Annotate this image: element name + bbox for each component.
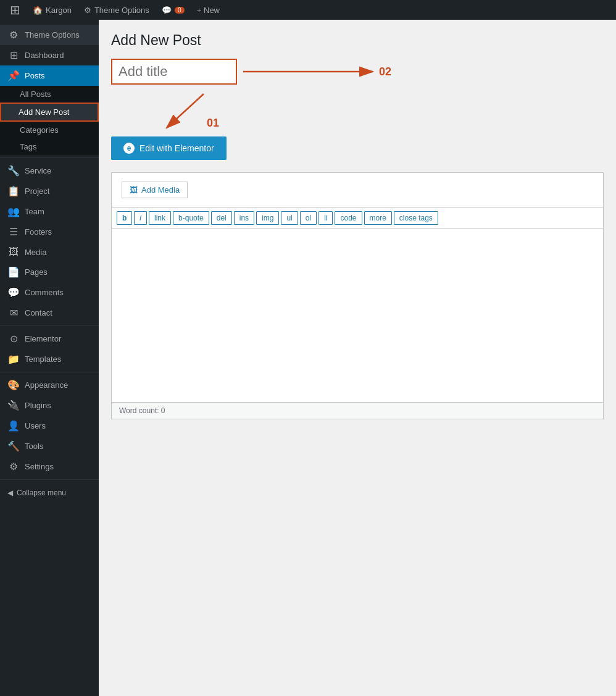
sidebar-item-footers[interactable]: ☰ Footers [0, 222, 99, 242]
sidebar-item-elementor[interactable]: ⊙ Elementor [0, 329, 99, 349]
collapse-icon: ◀ [7, 488, 13, 497]
project-icon: 📋 [7, 185, 20, 197]
plugins-icon: 🔌 [7, 400, 20, 411]
sidebar-templates-label: Templates [25, 354, 61, 364]
sidebar-tools-label: Tools [25, 442, 43, 451]
add-media-label: Add Media [141, 185, 180, 195]
sidebar-item-tags[interactable]: Tags [0, 138, 99, 155]
sidebar-item-dashboard[interactable]: ⊞ Dashboard [0, 45, 99, 65]
svg-line-3 [167, 94, 204, 128]
sidebar-item-templates[interactable]: 📁 Templates [0, 349, 99, 369]
toolbar-ul[interactable]: ul [281, 211, 298, 225]
sidebar-project-label: Project [25, 187, 49, 196]
sidebar-users-label: Users [25, 421, 46, 430]
media-icon: 🖼 [7, 246, 20, 258]
toolbar-more[interactable]: more [364, 211, 392, 225]
elementor-icon: ⊙ [7, 333, 20, 345]
sidebar-contact-label: Contact [25, 308, 52, 317]
theme-options-icon: ⚙ [7, 29, 20, 41]
sidebar-item-contact[interactable]: ✉ Contact [0, 303, 99, 323]
sidebar-item-add-new-post[interactable]: Add New Post [0, 103, 99, 122]
sidebar-media-label: Media [25, 248, 46, 257]
toolbar-del[interactable]: del [211, 211, 232, 225]
sidebar-theme-options-label: Theme Options [25, 30, 80, 40]
sidebar-item-appearance[interactable]: 🎨 Appearance [0, 375, 99, 395]
edit-elementor-button[interactable]: e Edit with Elementor [111, 136, 227, 160]
toolbar-bold[interactable]: b [117, 211, 132, 225]
toolbar-italic[interactable]: i [134, 211, 147, 225]
team-icon: 👥 [7, 206, 20, 217]
wp-logo-icon: ⊞ [10, 2, 20, 17]
site-name-label: Kargon [46, 6, 72, 15]
sidebar-item-tools[interactable]: 🔨 Tools [0, 436, 99, 456]
sidebar-item-posts[interactable]: 📌 Posts [0, 65, 99, 86]
admin-bar: ⊞ 🏠 Kargon ⚙ Theme Options 💬 0 + New [0, 0, 616, 20]
toolbar-bquote[interactable]: b-quote [173, 211, 209, 225]
collapse-label: Collapse menu [17, 488, 66, 497]
comments-badge: 0 [175, 7, 185, 14]
sidebar-item-media[interactable]: 🖼 Media [0, 242, 99, 262]
sidebar-item-pages[interactable]: 📄 Pages [0, 262, 99, 282]
templates-icon: 📁 [7, 353, 20, 365]
sidebar-item-comments[interactable]: 💬 Comments [0, 282, 99, 303]
sidebar-pages-label: Pages [25, 267, 48, 277]
sidebar-settings-label: Settings [25, 462, 54, 471]
arrow-02 [237, 59, 385, 84]
theme-options-adminbar-item[interactable]: ⚙ Theme Options [79, 0, 154, 20]
appearance-icon: 🎨 [7, 379, 20, 391]
categories-label: Categories [20, 125, 59, 135]
add-new-post-label: Add New Post [19, 107, 69, 117]
home-icon: 🏠 [33, 6, 43, 15]
sidebar-comments-label: Comments [25, 288, 64, 297]
wp-logo-item[interactable]: ⊞ [5, 0, 25, 20]
toolbar-close-tags[interactable]: close tags [394, 211, 438, 225]
new-content-item[interactable]: + New [192, 0, 225, 20]
sidebar-service-label: Service [25, 166, 51, 175]
toolbar-ol[interactable]: ol [300, 211, 317, 225]
sidebar-item-plugins[interactable]: 🔌 Plugins [0, 395, 99, 416]
collapse-menu-button[interactable]: ◀ Collapse menu [0, 482, 99, 503]
sidebar-posts-label: Posts [25, 71, 45, 80]
format-toolbar: b i link b-quote del ins img ul ol li co… [112, 208, 603, 229]
annotation-02-label: 02 [379, 65, 391, 78]
gear-icon: ⚙ [84, 6, 91, 15]
sidebar-item-team[interactable]: 👥 Team [0, 201, 99, 222]
sidebar-item-service[interactable]: 🔧 Service [0, 161, 99, 181]
sidebar-elementor-label: Elementor [25, 334, 61, 343]
editor-container: 🖼 Add Media b i link b-quote del ins img… [111, 172, 604, 419]
annotation-01-label: 01 [207, 117, 219, 130]
editor-content-area[interactable] [112, 229, 603, 402]
tags-label: Tags [20, 142, 36, 151]
users-icon: 👤 [7, 420, 20, 432]
footers-icon: ☰ [7, 226, 20, 238]
main-content: Add New Post 02 [99, 20, 616, 696]
sidebar-item-users[interactable]: 👤 Users [0, 416, 99, 436]
sidebar: ⚙ Theme Options ⊞ Dashboard 📌 Posts All … [0, 20, 99, 696]
sidebar-item-categories[interactable]: Categories [0, 122, 99, 138]
sidebar-appearance-label: Appearance [25, 380, 68, 390]
add-media-button[interactable]: 🖼 Add Media [122, 182, 188, 198]
sidebar-footers-label: Footers [25, 227, 52, 237]
tools-icon: 🔨 [7, 440, 20, 452]
new-content-label: + New [197, 6, 220, 15]
page-title: Add New Post [111, 32, 604, 49]
toolbar-img[interactable]: img [256, 211, 279, 225]
comments-adminbar-item[interactable]: 💬 0 [157, 0, 189, 20]
pages-icon: 📄 [7, 266, 20, 278]
post-title-input[interactable] [119, 64, 230, 80]
toolbar-li[interactable]: li [318, 211, 333, 225]
sidebar-item-settings[interactable]: ⚙ Settings [0, 456, 99, 477]
service-icon: 🔧 [7, 165, 20, 177]
elementor-btn-icon: e [123, 143, 135, 154]
sidebar-team-label: Team [25, 207, 44, 216]
toolbar-code[interactable]: code [335, 211, 362, 225]
posts-submenu: All Posts Add New Post Categories Tags [0, 86, 99, 155]
toolbar-link[interactable]: link [149, 211, 171, 225]
sidebar-plugins-label: Plugins [25, 401, 51, 410]
toolbar-ins[interactable]: ins [234, 211, 254, 225]
site-name-item[interactable]: 🏠 Kargon [28, 0, 77, 20]
contact-icon: ✉ [7, 307, 20, 319]
sidebar-item-all-posts[interactable]: All Posts [0, 86, 99, 103]
sidebar-item-theme-options[interactable]: ⚙ Theme Options [0, 25, 99, 45]
sidebar-item-project[interactable]: 📋 Project [0, 181, 99, 201]
